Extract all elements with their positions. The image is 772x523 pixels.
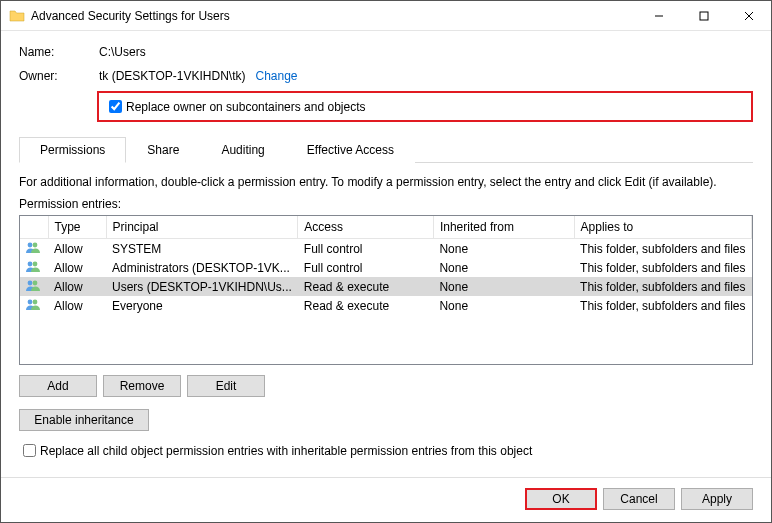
maximize-button[interactable] [681,1,726,30]
tab-strip: Permissions Share Auditing Effective Acc… [19,136,753,163]
table-row[interactable]: AllowEveryoneRead & executeNoneThis fold… [20,296,752,315]
col-applies[interactable]: Applies to [574,216,751,239]
replace-child-label: Replace all child object permission entr… [40,444,532,458]
cell-access: Read & execute [298,277,434,296]
svg-point-6 [28,262,33,267]
replace-owner-checkbox[interactable] [109,100,122,113]
cell-inherited: None [433,296,574,315]
cell-type: Allow [48,258,106,277]
add-button[interactable]: Add [19,375,97,397]
cell-access: Read & execute [298,296,434,315]
col-principal[interactable]: Principal [106,216,298,239]
cell-inherited: None [433,239,574,259]
col-inherited[interactable]: Inherited from [433,216,574,239]
cell-inherited: None [433,258,574,277]
titlebar: Advanced Security Settings for Users [1,1,771,31]
svg-point-10 [28,300,33,305]
cell-inherited: None [433,277,574,296]
folder-icon [9,8,25,24]
table-row[interactable]: AllowAdministrators (DESKTOP-1VK...Full … [20,258,752,277]
col-access[interactable]: Access [298,216,434,239]
owner-row: Owner: tk (DESKTOP-1VKIHDN\tk) Change [19,69,753,83]
cell-principal: Everyone [106,296,298,315]
table-header-row: Type Principal Access Inherited from App… [20,216,752,239]
apply-button[interactable]: Apply [681,488,753,510]
svg-point-11 [33,300,38,305]
col-icon[interactable] [20,216,48,239]
ok-button[interactable]: OK [525,488,597,510]
cell-access: Full control [298,239,434,259]
users-icon [20,277,48,296]
owner-label: Owner: [19,69,99,83]
info-text: For additional information, double-click… [19,175,753,189]
tab-permissions[interactable]: Permissions [19,137,126,163]
name-value: C:\Users [99,45,146,59]
window-title: Advanced Security Settings for Users [31,9,636,23]
minimize-button[interactable] [636,1,681,30]
entry-buttons: Add Remove Edit [19,375,753,397]
table-row[interactable]: AllowSYSTEMFull controlNoneThis folder, … [20,239,752,259]
owner-value: tk (DESKTOP-1VKIHDN\tk) [99,69,245,83]
name-row: Name: C:\Users [19,45,753,59]
tab-effective-access[interactable]: Effective Access [286,137,415,163]
window-controls [636,1,771,30]
table-row[interactable]: AllowUsers (DESKTOP-1VKIHDN\Us...Read & … [20,277,752,296]
replace-child-row: Replace all child object permission entr… [19,441,753,460]
cell-principal: Users (DESKTOP-1VKIHDN\Us... [106,277,298,296]
dialog-footer: OK Cancel Apply [1,477,771,522]
replace-owner-label: Replace owner on subcontainers and objec… [126,100,365,114]
cell-applies: This folder, subfolders and files [574,258,751,277]
cell-applies: This folder, subfolders and files [574,239,751,259]
replace-child-checkbox[interactable] [23,444,36,457]
cell-access: Full control [298,258,434,277]
cancel-button[interactable]: Cancel [603,488,675,510]
cell-type: Allow [48,239,106,259]
svg-point-9 [33,281,38,286]
svg-rect-1 [700,12,708,20]
cell-type: Allow [48,277,106,296]
svg-point-8 [28,281,33,286]
tab-share[interactable]: Share [126,137,200,163]
col-type[interactable]: Type [48,216,106,239]
cell-principal: Administrators (DESKTOP-1VK... [106,258,298,277]
tab-auditing[interactable]: Auditing [200,137,285,163]
remove-button[interactable]: Remove [103,375,181,397]
edit-button[interactable]: Edit [187,375,265,397]
change-owner-link[interactable]: Change [255,69,297,83]
cell-applies: This folder, subfolders and files [574,296,751,315]
name-label: Name: [19,45,99,59]
cell-principal: SYSTEM [106,239,298,259]
entries-label: Permission entries: [19,197,753,211]
replace-owner-highlight: Replace owner on subcontainers and objec… [97,91,753,122]
enable-inheritance-button[interactable]: Enable inheritance [19,409,149,431]
close-button[interactable] [726,1,771,30]
permission-table[interactable]: Type Principal Access Inherited from App… [19,215,753,365]
users-icon [20,258,48,277]
cell-type: Allow [48,296,106,315]
cell-applies: This folder, subfolders and files [574,277,751,296]
svg-point-4 [28,243,33,248]
svg-point-7 [33,262,38,267]
svg-point-5 [33,243,38,248]
users-icon [20,296,48,315]
content-area: Name: C:\Users Owner: tk (DESKTOP-1VKIHD… [1,31,771,477]
users-icon [20,239,48,259]
